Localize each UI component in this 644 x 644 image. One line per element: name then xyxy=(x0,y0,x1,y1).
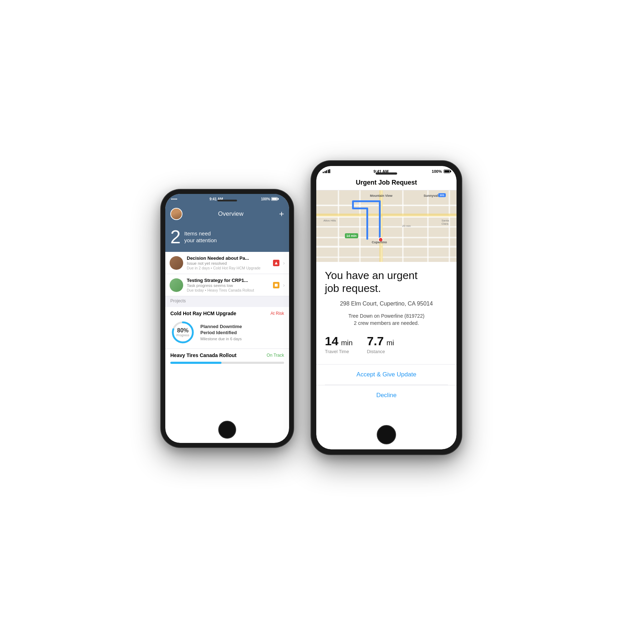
phone2-address: 298 Elm Court, Cupertino, CA 95014 xyxy=(325,300,448,308)
phone2-content: You have an urgentjob request. 298 Elm C… xyxy=(316,262,457,413)
phone1-battery-icon xyxy=(271,197,278,201)
phone1-avatar[interactable] xyxy=(170,208,182,220)
phone2-map: 14 min Mountain View Sunnyvale Altos Hil… xyxy=(316,190,457,262)
phone-1: ••••• 9:41 AM 100% Overview + xyxy=(161,190,293,447)
item1-badge xyxy=(273,260,279,266)
project2-status: On Track xyxy=(267,353,284,358)
phone1-header: Overview + xyxy=(165,204,289,224)
phone1-header-title: Overview xyxy=(218,210,244,218)
phone2-travel-time-unit: min xyxy=(341,339,352,347)
map-label-santaclara: Santa Clara xyxy=(441,219,457,225)
phone2-travel-time-number: 14 xyxy=(325,334,338,348)
phone1-speaker xyxy=(218,200,237,201)
phone2-urgent-text: You have an urgentjob request. xyxy=(325,269,448,295)
phone2-battery-icon: .phone-2 .battery-icon::after{background… xyxy=(444,170,450,173)
svg-marker-0 xyxy=(275,262,278,264)
project1-item[interactable]: Cold Hot Ray HCM Upgrade At Risk xyxy=(165,307,289,349)
phone2-header: Urgent Job Request xyxy=(316,177,457,190)
phone1-attention-bar: 2 Items needyour attention xyxy=(165,224,289,252)
phone2-header-title: Urgent Job Request xyxy=(322,179,451,186)
project1-milestone-title: Planned DowntimePeriod Identified xyxy=(200,324,284,336)
item1-info: Decision Needed about Pa... Issue not ye… xyxy=(187,255,269,270)
phone1-add-button[interactable]: + xyxy=(279,210,284,218)
phone1-battery-area: 100% xyxy=(255,194,283,204)
project2-progress-bar-fill xyxy=(170,362,221,364)
phone1-status-bar: ••••• 9:41 AM 100% xyxy=(165,194,289,204)
phone2-status-bar: 9:41 AM 100% .phone-2 .battery-icon::aft… xyxy=(316,166,457,177)
phone2-distance-stat: 7.7 mi Distance xyxy=(367,334,394,354)
phone1-screen: ••••• 9:41 AM 100% Overview + xyxy=(165,194,289,443)
item1-chevron-icon: › xyxy=(283,260,285,266)
phone1-signal-dots: ••••• xyxy=(171,197,177,201)
phone2-accept-button[interactable]: Accept & Give Update xyxy=(325,365,448,385)
map-label-mountain-view: Mountain View xyxy=(370,194,392,197)
project1-header: Cold Hot Ray HCM Upgrade At Risk xyxy=(170,311,284,316)
map-label-sunnyvale: Sunnyvale xyxy=(424,194,440,197)
map-label-altos: Altos Hills xyxy=(323,219,336,222)
map-highway-badge: 101 xyxy=(438,193,446,197)
project1-milestone: Planned DowntimePeriod Identified Milest… xyxy=(200,324,284,341)
phone2-distance-unit: mi xyxy=(386,339,394,347)
item2-detail: Due today • Heavy Tires Canada Rollout xyxy=(187,288,269,292)
phone1-attention-number: 2 xyxy=(170,228,181,246)
list-item[interactable]: Decision Needed about Pa... Issue not ye… xyxy=(165,252,289,274)
phone2-battery-label: 100% xyxy=(432,169,442,174)
svg-rect-1 xyxy=(275,284,278,287)
item2-subtitle: Task progress seems low xyxy=(187,283,269,288)
item2-badge xyxy=(273,282,279,288)
phone-2: 9:41 AM 100% .phone-2 .battery-icon::aft… xyxy=(311,161,462,454)
item2-avatar xyxy=(170,278,183,292)
phone2-travel-time-stat: 14 min Travel Time xyxy=(325,334,353,354)
phone2-distance-number: 7.7 xyxy=(367,334,384,348)
phone2-screen: 9:41 AM 100% .phone-2 .battery-icon::aft… xyxy=(316,166,457,449)
phone1-items-list: Decision Needed about Pa... Issue not ye… xyxy=(165,252,289,367)
phone2-status-right: 100% .phone-2 .battery-icon::after{backg… xyxy=(432,169,450,174)
phone2-stats: 14 min Travel Time 7.7 mi Distance xyxy=(325,334,448,354)
project1-name: Cold Hot Ray HCM Upgrade xyxy=(170,311,236,316)
phone2-travel-time-label: Travel Time xyxy=(325,349,353,354)
project1-status: At Risk xyxy=(270,311,284,316)
phone1-battery-label: 100% xyxy=(261,197,270,201)
phone2-decline-button[interactable]: Decline xyxy=(325,385,448,405)
phone1-attention-text: Items needyour attention xyxy=(184,230,217,244)
project1-body: 80% Progress Planned DowntimePeriod Iden… xyxy=(170,320,284,345)
item1-detail: Due in 2 days • Cold Hot Ray HCM Upgrade xyxy=(187,266,269,270)
item1-avatar xyxy=(170,256,183,270)
item2-info: Testing Strategy for CRP1... Task progre… xyxy=(187,278,269,292)
phone2-home-button[interactable] xyxy=(377,425,396,444)
map-time-label: 14 min xyxy=(345,233,358,238)
project1-progress-ring: 80% Progress xyxy=(170,320,195,345)
item1-title: Decision Needed about Pa... xyxy=(187,255,269,261)
phone2-distance-label: Distance xyxy=(367,349,394,354)
phone2-speaker xyxy=(376,172,397,175)
phone2-description: Tree Down on Powerline (819722)2 crew me… xyxy=(325,313,448,327)
item1-subtitle: Issue not yet resolved xyxy=(187,261,269,265)
project2-progress-bar-bg xyxy=(170,362,284,364)
item2-chevron-icon: › xyxy=(283,282,285,288)
project1-milestone-due: Milestone due in 6 days xyxy=(200,337,284,341)
item2-title: Testing Strategy for CRP1... xyxy=(187,278,269,283)
phone1-projects-section-label: Projects xyxy=(165,296,289,307)
map-label-cupertino: Cupertino xyxy=(372,240,387,244)
project2-name: Heavy Tires Canada Rollout xyxy=(170,352,236,358)
project1-progress-label: Progress xyxy=(176,334,189,337)
scene: ••••• 9:41 AM 100% Overview + xyxy=(125,125,519,519)
list-item[interactable]: Testing Strategy for CRP1... Task progre… xyxy=(165,274,289,296)
phone1-home-button[interactable] xyxy=(218,421,236,439)
project2-item[interactable]: Heavy Tires Canada Rollout On Track xyxy=(165,349,289,367)
phone2-signal xyxy=(323,169,330,174)
project1-progress-number: 80% xyxy=(176,327,189,334)
project2-header: Heavy Tires Canada Rollout On Track xyxy=(170,352,284,358)
map-label-20min: 20 min xyxy=(402,224,411,228)
